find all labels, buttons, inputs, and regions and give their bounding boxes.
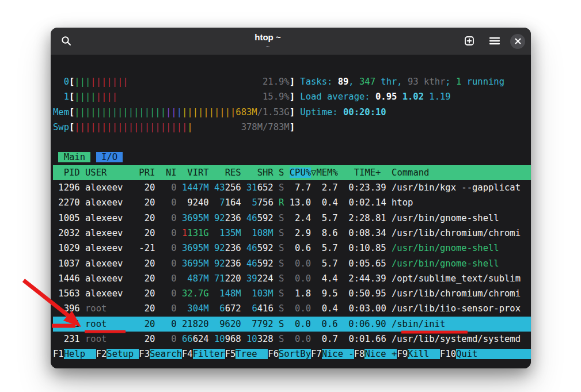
process-row-1[interactable]: 1 root 20 0 21820 9620 7792 S 0.0 0.6 0:… bbox=[53, 317, 531, 332]
process-row-231[interactable]: 231 root 20 0 66624 10968 10328 S 0.0 0.… bbox=[53, 332, 531, 347]
process-row-1005[interactable]: 1005 alexeev 20 0 3695M 92236 46592 S 2.… bbox=[53, 211, 531, 226]
setup-button[interactable]: Setup bbox=[107, 349, 139, 359]
function-key-bar: F1Help F2Setup F3SearchF4FilterF5Tree F6… bbox=[53, 347, 531, 361]
sort-indicator-icon: ▽ bbox=[311, 168, 316, 178]
new-tab-icon bbox=[464, 35, 475, 48]
column-cpu-sorted[interactable]: CPU% bbox=[290, 168, 311, 178]
hamburger-menu-icon bbox=[489, 37, 500, 47]
window-title-group: htop ~ ~ bbox=[76, 33, 460, 50]
f10-key[interactable]: F10 bbox=[440, 349, 456, 359]
mem-meter: Mem[||||||||||||||||||||||||||||||683M/1… bbox=[53, 105, 531, 120]
f3-key[interactable]: F3 bbox=[139, 349, 150, 359]
search-button[interactable]: Search bbox=[150, 349, 182, 359]
tabs-line: Main I/O bbox=[53, 150, 531, 165]
process-row-2032[interactable]: 2032 alexeev 20 0 1131G 135M 108M S 2.9 … bbox=[53, 226, 531, 241]
window-subtitle: ~ bbox=[76, 43, 460, 50]
swp-meter: Swp[|||||||||||||||||||||| 378M/783M] bbox=[53, 120, 531, 135]
f9-key[interactable]: F9 bbox=[397, 349, 408, 359]
process-row-396[interactable]: 396 root 20 0 304M 6672 6416 S 0.0 0.4 0… bbox=[53, 301, 531, 316]
window-titlebar: htop ~ ~ bbox=[51, 28, 531, 55]
column-res[interactable]: RES bbox=[225, 168, 241, 178]
column-ni[interactable]: NI bbox=[166, 168, 177, 178]
f5-key[interactable]: F5 bbox=[225, 349, 236, 359]
column-mem[interactable]: MEM% bbox=[316, 168, 337, 178]
menu-button[interactable] bbox=[485, 32, 504, 51]
filter-button[interactable]: Filter bbox=[193, 349, 225, 359]
column-virt[interactable]: VIRT bbox=[187, 168, 208, 178]
sortby-button[interactable]: SortBy bbox=[279, 349, 311, 359]
f8-key[interactable]: F8 bbox=[354, 349, 365, 359]
close-button[interactable] bbox=[510, 34, 525, 49]
tree-button[interactable]: Tree bbox=[236, 349, 268, 359]
cpu0-meter: 0[|||||||||| 21.9%] Tasks: 89, 347 thr, … bbox=[53, 74, 531, 89]
spacer-line bbox=[53, 135, 531, 150]
quit-button[interactable]: Quit bbox=[456, 349, 531, 359]
close-icon bbox=[515, 37, 521, 46]
column-pri[interactable]: PRI bbox=[139, 168, 155, 178]
terminal[interactable]: 0[|||||||||| 21.9%] Tasks: 89, 347 thr, … bbox=[51, 55, 531, 368]
f6-key[interactable]: F6 bbox=[268, 349, 279, 359]
help-button[interactable]: Help bbox=[64, 349, 96, 359]
f2-key[interactable]: F2 bbox=[96, 349, 107, 359]
column-shr[interactable]: SHR bbox=[257, 168, 274, 178]
table-header: PID USER PRI NI VIRT RES SHR S CPU%▽MEM%… bbox=[53, 165, 531, 180]
column-pid[interactable]: PID bbox=[53, 168, 80, 178]
column-user[interactable]: USER bbox=[85, 168, 107, 178]
kill-button[interactable]: Kill bbox=[408, 349, 440, 359]
f7-key[interactable]: F7 bbox=[311, 349, 322, 359]
nice-plus-button[interactable]: Nice + bbox=[364, 349, 397, 359]
f4-key[interactable]: F4 bbox=[182, 349, 193, 359]
process-row-1296[interactable]: 1296 alexeev 20 0 1447M 43256 31652 S 7.… bbox=[53, 180, 531, 195]
f1-key[interactable]: F1 bbox=[53, 349, 64, 359]
selected-process-init[interactable]: 1 root 20 0 21820 9620 7792 S 0.0 0.6 0:… bbox=[53, 319, 445, 329]
cpu1-meter: 1[|||||||| 15.9%] Load average: 0.95 1.0… bbox=[53, 89, 531, 104]
app-window: htop ~ ~ 0[|||||||||| bbox=[51, 28, 531, 368]
process-row-1563[interactable]: 1563 alexeev 20 0 32.7G 148M 103M S 1.8 … bbox=[53, 286, 531, 301]
search-icon bbox=[61, 36, 71, 48]
column-time[interactable]: TIME+ bbox=[354, 168, 381, 178]
process-row-1037[interactable]: 1037 alexeev 20 0 3695M 92236 46592 S 0.… bbox=[53, 256, 531, 271]
process-row-2270[interactable]: 2270 alexeev 20 0 9240 7164 5756 R 13.0 … bbox=[53, 195, 531, 210]
titlebar-actions bbox=[460, 32, 525, 51]
column-s[interactable]: S bbox=[279, 168, 284, 178]
tab-main[interactable]: Main bbox=[58, 152, 90, 162]
window-title: htop ~ bbox=[76, 33, 460, 43]
search-button[interactable] bbox=[56, 32, 76, 51]
column-command[interactable]: Command bbox=[392, 168, 429, 178]
nice-minus-button[interactable]: Nice - bbox=[322, 349, 354, 359]
process-row-1446[interactable]: 1446 alexeev 20 0 487M 71220 39224 S 0.0… bbox=[53, 271, 531, 286]
new-tab-button[interactable] bbox=[460, 32, 479, 51]
tab-io[interactable]: I/O bbox=[96, 152, 123, 162]
process-row-1029[interactable]: 1029 alexeev -21 0 3695M 92236 46592 S 0… bbox=[53, 241, 531, 256]
